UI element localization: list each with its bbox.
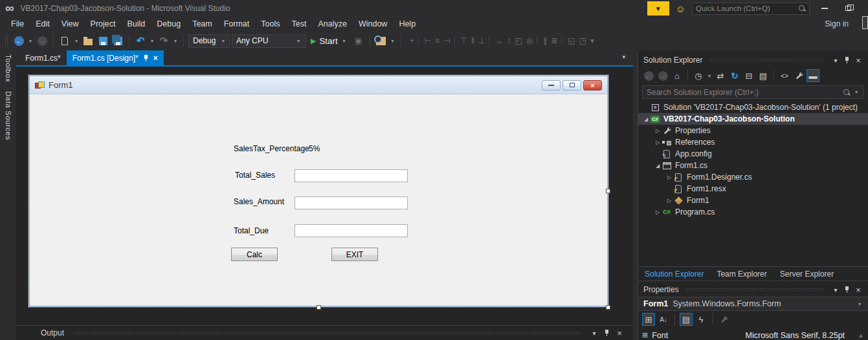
avatar[interactable] [862, 16, 868, 29]
new-file-button[interactable] [58, 34, 71, 48]
tree-item-form1-class[interactable]: ▷ Form1 [638, 195, 868, 206]
panel-splitter[interactable] [633, 50, 638, 340]
send-to-back-icon[interactable]: ◳ [579, 36, 586, 45]
tree-item-references[interactable]: ▷ References [638, 136, 868, 148]
format-overflow-icon[interactable]: ▾ [590, 36, 594, 45]
sign-in-link[interactable]: Sign in [825, 19, 849, 28]
chevron-expanded-icon[interactable]: ◢ [654, 163, 662, 169]
menu-format[interactable]: Format [218, 18, 256, 30]
tab-solution-explorer[interactable]: Solution Explorer [638, 268, 710, 281]
redo-dropdown-icon[interactable]: ▾ [172, 38, 179, 44]
se-preview-selected-icon[interactable]: ▬ [807, 69, 819, 82]
se-search-dropdown-icon[interactable]: ▾ [853, 89, 860, 95]
bring-to-front-icon[interactable]: ◱ [568, 36, 575, 45]
save-all-button[interactable] [111, 34, 124, 48]
tree-item-form1-designer[interactable]: ▷ Form1.Designer.cs [638, 171, 868, 183]
se-back-icon[interactable]: ← [642, 69, 655, 82]
object-dropdown-icon[interactable]: ▾ [856, 301, 863, 307]
form-minimize-button[interactable] [542, 80, 561, 90]
properties-close-icon[interactable]: × [854, 285, 863, 294]
close-tab-icon[interactable]: × [153, 54, 158, 63]
chevron-collapsed-icon[interactable]: ▷ [654, 140, 662, 145]
menu-debug[interactable]: Debug [151, 18, 186, 30]
properties-view-icon[interactable]: ▤ [680, 313, 693, 326]
undo-dropdown-icon[interactable]: ▾ [149, 38, 155, 44]
open-file-button[interactable] [82, 34, 95, 48]
solution-configuration-select[interactable]: Debug▾ [188, 34, 230, 48]
search-icon[interactable] [798, 5, 806, 12]
navigate-forward-button[interactable]: → [36, 34, 49, 48]
menu-build[interactable]: Build [121, 18, 151, 30]
toolbar-grip[interactable] [5, 35, 8, 47]
tab-team-explorer[interactable]: Team Explorer [710, 268, 773, 281]
save-button[interactable] [96, 34, 109, 48]
size-to-grid-icon[interactable]: ◎ [526, 36, 533, 45]
align-centers-icon[interactable]: ≡ [435, 36, 440, 45]
expand-plus-icon[interactable]: ⊞ [642, 331, 648, 339]
se-sync-icon[interactable]: ⇄ [714, 69, 727, 82]
total-due-input[interactable] [295, 224, 408, 237]
align-middles-icon[interactable]: ‖ [471, 36, 474, 45]
new-file-dropdown-icon[interactable]: ▾ [73, 38, 80, 44]
se-pending-changes-icon[interactable]: ◷ [692, 69, 705, 82]
tree-item-project[interactable]: ◢ C# VB2017-Chap03-Jacobson-Solution [638, 113, 868, 125]
menu-edit[interactable]: Edit [30, 18, 56, 30]
data-sources-tab[interactable]: Data Sources [5, 91, 12, 140]
se-pending-dropdown-icon[interactable]: ▾ [706, 73, 713, 79]
property-pages-wrench-icon[interactable] [717, 313, 730, 326]
start-debugging-button[interactable]: ▶ Start ▾ [308, 34, 350, 48]
se-show-all-files-icon[interactable]: ▤ [757, 69, 770, 82]
solution-explorer-search-input[interactable]: Search Solution Explorer (Ctrl+;) ▾ [642, 85, 864, 99]
feedback-smiley-icon[interactable]: ☺ [676, 3, 685, 14]
solution-explorer-dropdown-icon[interactable]: ▾ [831, 56, 840, 65]
tree-item-solution[interactable]: Solution 'VB2017-Chap03-Jacobson-Solutio… [638, 101, 868, 113]
menu-help[interactable]: Help [393, 18, 421, 30]
chevron-collapsed-icon[interactable]: ▷ [665, 198, 673, 204]
align-bottoms-icon[interactable]: ⊥ [478, 36, 485, 45]
scroll-up-icon[interactable]: ▲ [858, 332, 864, 339]
tree-item-form1-cs[interactable]: ◢ Form1.cs [638, 160, 868, 171]
tab-list-dropdown-icon[interactable]: ▾ [622, 54, 625, 60]
menu-view[interactable]: View [56, 18, 85, 30]
tree-item-properties[interactable]: ▷ Properties [638, 125, 868, 136]
same-height-icon[interactable]: ↕ [507, 36, 511, 45]
chevron-collapsed-icon[interactable]: ▷ [654, 128, 662, 134]
tab-server-explorer[interactable]: Server Explorer [773, 268, 840, 281]
properties-pin-icon[interactable] [844, 286, 850, 293]
tab-form1-cs[interactable]: Form1.cs* [19, 50, 67, 65]
search-icon[interactable] [843, 89, 851, 96]
se-refresh-icon[interactable]: ↻ [728, 69, 741, 82]
events-icon[interactable]: ϟ [695, 313, 707, 326]
se-collapse-all-icon[interactable]: ⊟ [742, 69, 755, 82]
properties-dropdown-icon[interactable]: ▾ [831, 285, 840, 294]
toolbox-tab[interactable]: Toolbox [5, 54, 12, 82]
chevron-collapsed-icon[interactable]: ▷ [665, 175, 673, 180]
form-designer-surface[interactable]: Form1 × SalesTax_Percentage 5% Total_Sal… [16, 67, 633, 325]
categorized-view-icon[interactable]: ⊞ [642, 313, 655, 326]
toolbar-overflow-icon[interactable]: ▾ [390, 38, 396, 44]
menu-file[interactable]: File [5, 18, 30, 30]
form-close-button[interactable]: × [583, 80, 602, 90]
exit-button[interactable]: EXIT [331, 248, 378, 261]
se-view-code-icon[interactable]: <> [778, 69, 791, 82]
find-in-files-icon[interactable] [375, 34, 388, 48]
alphabetical-sort-icon[interactable]: A↓ [657, 313, 670, 326]
menu-analyze[interactable]: Analyze [312, 18, 352, 30]
redo-button[interactable]: ↷ [157, 34, 170, 48]
pin-tab-icon[interactable] [143, 54, 149, 62]
undo-button[interactable]: ↶ [134, 34, 147, 48]
output-pin-icon[interactable] [604, 329, 610, 337]
se-properties-wrench-icon[interactable] [792, 69, 805, 82]
tree-item-app-config[interactable]: App.config [638, 148, 868, 160]
properties-object-select[interactable]: Form1 System.Windows.Forms.Form ▾ [638, 297, 868, 311]
align-rights-icon[interactable]: ⊣ [443, 36, 450, 45]
menu-window[interactable]: Window [353, 18, 393, 30]
horizontal-spacing-icon[interactable]: ∥ [543, 36, 547, 45]
minimize-button[interactable] [816, 3, 833, 14]
solution-platform-select[interactable]: Any CPU▾ [232, 34, 306, 48]
menu-tools[interactable]: Tools [255, 18, 285, 30]
resize-handle-right[interactable] [606, 189, 610, 193]
navigate-back-dropdown-icon[interactable]: ▾ [27, 38, 34, 44]
property-row-font[interactable]: ⊞ Font Microsoft Sans Serif, 8.25pt ▲ [638, 328, 868, 340]
align-lefts-icon[interactable]: ⊢ [425, 36, 431, 45]
